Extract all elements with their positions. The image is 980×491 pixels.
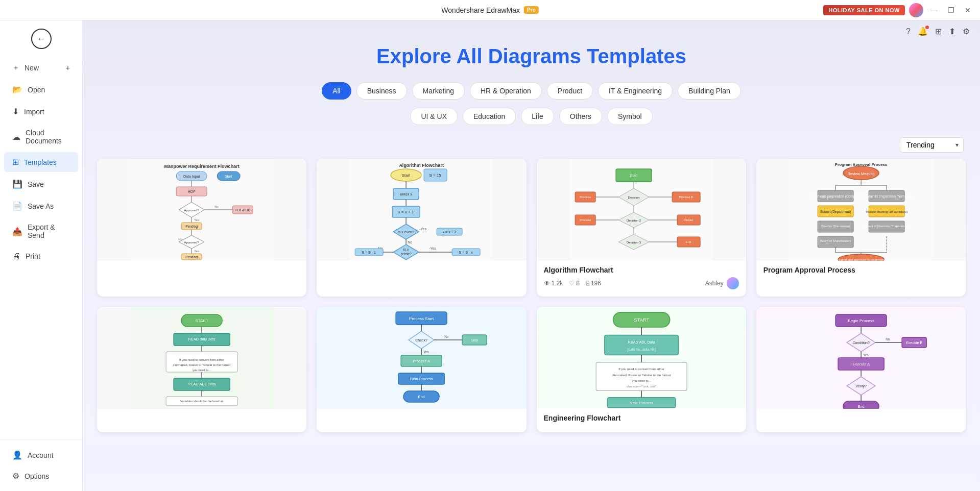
import-label: Import [24,108,44,116]
grid-view-button[interactable]: ⊞ [933,24,944,38]
svg-text:Algorithm Flowchart: Algorithm Flowchart [399,163,444,168]
svg-text:Start: Start [402,173,411,178]
export-icon: 📤 [12,227,22,236]
sort-bar: Trending Newest Most Popular [83,133,980,159]
print-icon: 🖨 [12,252,20,261]
template-card-7-image: START READ ADL Data [data file, delta fi… [537,307,746,409]
svg-text:Data Input: Data Input [183,175,200,179]
template-card-7[interactable]: START READ ADL Data [data file, delta fi… [537,307,746,432]
svg-rect-155 [604,335,678,355]
sidebar-item-export[interactable]: 📤 Export & Send [4,218,78,244]
maximize-button[interactable]: ❐ [945,5,958,15]
sidebar-item-cloud[interactable]: ☁ Cloud Documents [4,124,78,150]
template-card-1[interactable]: Manpower Requirement Flowchart Data Inpu… [97,159,306,297]
svg-text:is x: is x [403,248,409,251]
svg-text:Decision: Decision [628,196,639,199]
svg-text:Decision 3: Decision 3 [627,241,641,244]
share-icon: ⬆ [949,27,955,36]
svg-text:Output: Output [684,218,693,222]
purple-flowchart-svg: Begin Process Condition? Yes Execute A N… [756,307,966,409]
filter-tab-symbol[interactable]: Symbol [607,108,653,125]
template-grid: Manpower Requirement Flowchart Data Inpu… [83,159,980,447]
minimize-button[interactable]: — [927,5,941,15]
svg-text:Board of Directors (Preparatio: Board of Directors (Preparation) [865,225,908,228]
sidebar-item-save[interactable]: 💾 Save [4,174,78,194]
filter-tab-product[interactable]: Product [547,82,593,100]
main-layout: ← ＋ New + 📂 Open ⬇ Import ☁ Cloud Docume… [0,20,980,491]
svg-text:If you need to convert from ei: If you need to convert from either [179,358,224,361]
close-button[interactable]: ✕ [962,5,974,15]
svg-text:Begin Process: Begin Process [848,318,874,323]
filter-tabs-row1: All Business Marketing HR & Operation Pr… [83,82,980,108]
sidebar-item-account[interactable]: 👤 Account [4,445,78,465]
filter-tab-marketing[interactable]: Marketing [412,82,465,100]
app-title: Wondershare EdrawMax [441,6,520,14]
filter-tab-ui-ux[interactable]: UI & UX [410,108,458,125]
filter-tab-it-engineering[interactable]: IT & Engineering [598,82,673,100]
template-card-2[interactable]: Algorithm Flowchart Start S = 15 enter x… [317,159,526,297]
sidebar-item-import[interactable]: ⬇ Import [4,102,78,121]
svg-text:prime?: prime? [401,252,412,256]
user-avatar[interactable] [909,3,923,17]
svg-text:Process: Process [580,195,591,199]
template-card-5-image: START READ data sets If you need to conv… [97,307,306,409]
template-card-3[interactable]: Start Decision Process Process B De [537,159,746,297]
filter-tab-building-plan[interactable]: Building Plan [678,82,741,100]
filter-tab-others[interactable]: Others [559,108,602,125]
titlebar-right: HOLIDAY SALE ON NOW — ❐ ✕ [823,3,974,17]
svg-text:Final Process: Final Process [410,377,434,381]
template-card-8[interactable]: Begin Process Condition? Yes Execute A N… [756,307,966,432]
share-button[interactable]: ⬆ [947,24,958,38]
svg-text:No: No [214,205,219,208]
svg-text:START: START [634,317,649,323]
svg-text:End: End [418,395,425,399]
filter-tab-education[interactable]: Education [463,108,516,125]
account-label: Account [28,451,54,459]
view-count: 👁 1.2k [544,280,563,287]
svg-text:Start: Start [630,174,637,177]
sort-select[interactable]: Trending Newest Most Popular [900,137,964,153]
sidebar-item-options[interactable]: ⚙ Options [4,466,78,486]
settings-icon: ⚙ [963,27,970,36]
filter-tab-life[interactable]: Life [521,108,554,125]
filter-tab-all[interactable]: All [322,82,351,100]
sidebar-item-print[interactable]: 🖨 Print [4,247,78,266]
svg-text:S = S - 1: S = S - 1 [362,251,376,254]
svg-text:Next Process: Next Process [630,401,653,405]
help-button[interactable]: ? [904,25,913,38]
settings-button[interactable]: ⚙ [961,24,972,38]
svg-text:Formatted, Raster or Tabular t: Formatted, Raster or Tabular to the form… [612,373,671,377]
notification-button[interactable]: 🔔 [916,24,930,38]
svg-text:Process A: Process A [413,359,430,363]
svg-text:S = S - x: S = S - x [459,251,473,254]
svg-text:Approved?: Approved? [184,209,200,212]
svg-text:Condition?: Condition? [852,341,870,345]
manpower-flowchart-svg: Manpower Requirement Flowchart Data Inpu… [97,159,306,261]
new-plus-icon: + [66,64,70,72]
sort-wrapper: Trending Newest Most Popular [900,137,964,153]
sidebar-item-templates[interactable]: ⊞ Templates [4,152,78,172]
template-card-4-info: Program Approval Process [756,261,966,284]
sidebar-item-new[interactable]: ＋ New + [4,58,78,78]
sidebar-item-open[interactable]: 📂 Open [4,80,78,100]
back-button[interactable]: ← [31,29,52,49]
filter-tab-business[interactable]: Business [356,82,407,100]
template-card-6[interactable]: Process Start Check? Yes Process A No Sk… [317,307,526,432]
template-card-5[interactable]: START READ data sets If you need to conv… [97,307,306,432]
account-icon: 👤 [12,450,22,460]
svg-text:Yes: Yes [423,350,429,354]
sidebar-item-save-as[interactable]: 📄 Save As [4,196,78,216]
fork-icon: ⎘ [586,280,589,287]
content-area: ? 🔔 ⊞ ⬆ ⚙ Explore All Diagrams Templates [83,20,980,491]
svg-text:Formatted, Raster or Tabular t: Formatted, Raster or Tabular to the form… [173,363,230,366]
top-right-toolbar: ? 🔔 ⊞ ⬆ ⚙ [896,20,980,42]
template-card-4[interactable]: Program Approval Process Review Meeting … [756,159,966,297]
filter-tab-hr-operation[interactable]: HR & Operation [470,82,542,100]
holiday-sale-button[interactable]: HOLIDAY SALE ON NOW [823,5,905,15]
svg-text:is x even?: is x even? [398,230,415,234]
svg-text:READ ADL Data: READ ADL Data [188,382,217,386]
svg-text:Signal and approved by chairma: Signal and approved by chairman [838,258,883,261]
svg-text:No: No [178,238,182,241]
svg-text:enter x: enter x [400,192,412,197]
like-count: ♡ 8 [569,280,580,287]
